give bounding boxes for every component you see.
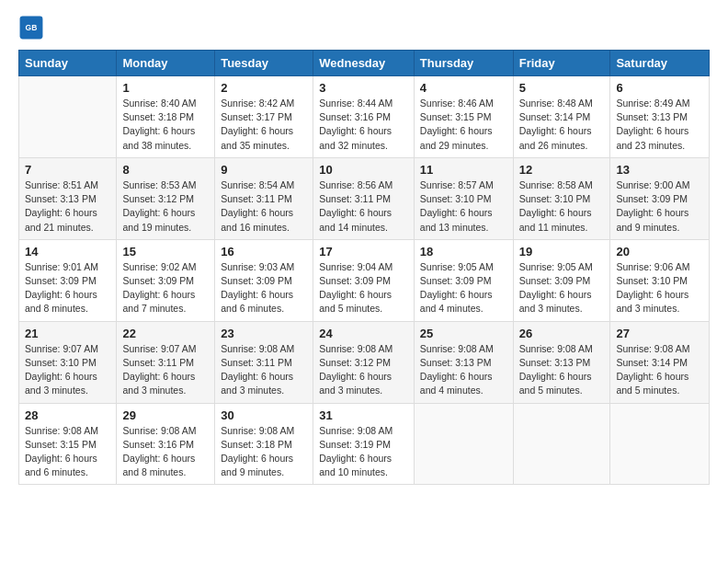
- day-number: 3: [319, 81, 408, 95]
- day-number: 20: [616, 245, 703, 259]
- calendar-body: 1Sunrise: 8:40 AMSunset: 3:18 PMDaylight…: [19, 76, 710, 485]
- day-number: 30: [221, 408, 307, 422]
- day-info: Sunrise: 8:44 AMSunset: 3:16 PMDaylight:…: [319, 97, 408, 153]
- day-info: Sunrise: 9:08 AMSunset: 3:15 PMDaylight:…: [25, 424, 110, 480]
- day-cell: 20Sunrise: 9:06 AMSunset: 3:10 PMDayligh…: [610, 239, 710, 321]
- day-cell: 9Sunrise: 8:54 AMSunset: 3:11 PMDaylight…: [215, 157, 313, 239]
- day-number: 21: [25, 327, 110, 340]
- day-number: 29: [122, 408, 209, 422]
- day-info: Sunrise: 8:48 AMSunset: 3:14 PMDaylight:…: [519, 97, 605, 153]
- day-info: Sunrise: 8:58 AMSunset: 3:10 PMDaylight:…: [519, 178, 605, 235]
- day-number: 11: [420, 163, 507, 177]
- day-cell: 6Sunrise: 8:49 AMSunset: 3:13 PMDaylight…: [610, 76, 710, 158]
- day-number: 4: [420, 81, 507, 95]
- day-info: Sunrise: 9:05 AMSunset: 3:09 PMDaylight:…: [420, 260, 507, 316]
- day-number: 9: [221, 163, 307, 177]
- day-cell: 8Sunrise: 8:53 AMSunset: 3:12 PMDaylight…: [117, 157, 215, 239]
- day-cell: 15Sunrise: 9:02 AMSunset: 3:09 PMDayligh…: [117, 239, 215, 321]
- calendar-header: SundayMondayTuesdayWednesdayThursdayFrid…: [19, 51, 710, 76]
- week-row-2: 7Sunrise: 8:51 AMSunset: 3:13 PMDaylight…: [19, 157, 710, 239]
- day-info: Sunrise: 8:46 AMSunset: 3:15 PMDaylight:…: [420, 97, 507, 153]
- day-cell: 27Sunrise: 9:08 AMSunset: 3:14 PMDayligh…: [610, 321, 710, 403]
- day-info: Sunrise: 8:42 AMSunset: 3:17 PMDaylight:…: [221, 97, 307, 153]
- day-cell: 5Sunrise: 8:48 AMSunset: 3:14 PMDaylight…: [513, 76, 610, 158]
- day-cell: 28Sunrise: 9:08 AMSunset: 3:15 PMDayligh…: [19, 403, 117, 485]
- day-number: 12: [519, 163, 605, 177]
- header-cell-sunday: Sunday: [19, 51, 117, 76]
- day-number: 10: [319, 163, 408, 177]
- day-info: Sunrise: 8:40 AMSunset: 3:18 PMDaylight:…: [122, 97, 209, 153]
- day-number: 13: [616, 163, 703, 177]
- week-row-4: 21Sunrise: 9:07 AMSunset: 3:10 PMDayligh…: [19, 321, 710, 403]
- day-cell: 21Sunrise: 9:07 AMSunset: 3:10 PMDayligh…: [19, 321, 117, 403]
- day-cell: [610, 403, 710, 485]
- day-info: Sunrise: 9:08 AMSunset: 3:19 PMDaylight:…: [319, 424, 408, 480]
- day-info: Sunrise: 9:08 AMSunset: 3:18 PMDaylight:…: [221, 424, 307, 480]
- day-cell: 7Sunrise: 8:51 AMSunset: 3:13 PMDaylight…: [19, 157, 117, 239]
- day-info: Sunrise: 8:51 AMSunset: 3:13 PMDaylight:…: [25, 178, 110, 235]
- logo-icon: GB: [18, 15, 44, 40]
- week-row-3: 14Sunrise: 9:01 AMSunset: 3:09 PMDayligh…: [19, 239, 710, 321]
- day-number: 17: [319, 245, 408, 259]
- day-info: Sunrise: 9:08 AMSunset: 3:14 PMDaylight:…: [616, 342, 703, 398]
- day-cell: 17Sunrise: 9:04 AMSunset: 3:09 PMDayligh…: [313, 239, 415, 321]
- day-cell: 12Sunrise: 8:58 AMSunset: 3:10 PMDayligh…: [513, 157, 610, 239]
- header-cell-tuesday: Tuesday: [215, 51, 313, 76]
- day-number: 26: [519, 327, 605, 340]
- day-cell: 16Sunrise: 9:03 AMSunset: 3:09 PMDayligh…: [215, 239, 313, 321]
- header-cell-wednesday: Wednesday: [313, 51, 415, 76]
- day-cell: 30Sunrise: 9:08 AMSunset: 3:18 PMDayligh…: [215, 403, 313, 485]
- day-number: 28: [25, 408, 110, 422]
- day-cell: [414, 403, 513, 485]
- day-number: 22: [122, 327, 209, 340]
- day-info: Sunrise: 9:03 AMSunset: 3:09 PMDaylight:…: [221, 260, 307, 316]
- day-cell: 22Sunrise: 9:07 AMSunset: 3:11 PMDayligh…: [117, 321, 215, 403]
- day-info: Sunrise: 9:04 AMSunset: 3:09 PMDaylight:…: [319, 260, 408, 316]
- day-number: 2: [221, 81, 307, 95]
- header-row: SundayMondayTuesdayWednesdayThursdayFrid…: [19, 51, 710, 76]
- day-cell: 3Sunrise: 8:44 AMSunset: 3:16 PMDaylight…: [313, 76, 415, 158]
- day-number: 1: [122, 81, 209, 95]
- day-number: 18: [420, 245, 507, 259]
- day-info: Sunrise: 9:07 AMSunset: 3:11 PMDaylight:…: [122, 342, 209, 398]
- week-row-5: 28Sunrise: 9:08 AMSunset: 3:15 PMDayligh…: [19, 403, 710, 485]
- day-info: Sunrise: 9:02 AMSunset: 3:09 PMDaylight:…: [122, 260, 209, 316]
- day-info: Sunrise: 9:00 AMSunset: 3:09 PMDaylight:…: [616, 178, 703, 235]
- day-info: Sunrise: 9:08 AMSunset: 3:12 PMDaylight:…: [319, 342, 408, 398]
- day-cell: 2Sunrise: 8:42 AMSunset: 3:17 PMDaylight…: [215, 76, 313, 158]
- day-info: Sunrise: 8:56 AMSunset: 3:11 PMDaylight:…: [319, 178, 408, 235]
- day-cell: 25Sunrise: 9:08 AMSunset: 3:13 PMDayligh…: [414, 321, 513, 403]
- day-number: 23: [221, 327, 307, 340]
- day-cell: 13Sunrise: 9:00 AMSunset: 3:09 PMDayligh…: [610, 157, 710, 239]
- day-cell: [513, 403, 610, 485]
- day-number: 7: [25, 163, 110, 177]
- day-info: Sunrise: 8:57 AMSunset: 3:10 PMDaylight:…: [420, 178, 507, 235]
- day-info: Sunrise: 9:06 AMSunset: 3:10 PMDaylight:…: [616, 260, 703, 316]
- day-cell: 24Sunrise: 9:08 AMSunset: 3:12 PMDayligh…: [313, 321, 415, 403]
- day-info: Sunrise: 9:01 AMSunset: 3:09 PMDaylight:…: [25, 260, 110, 316]
- header-cell-monday: Monday: [117, 51, 215, 76]
- day-cell: 1Sunrise: 8:40 AMSunset: 3:18 PMDaylight…: [117, 76, 215, 158]
- day-cell: 29Sunrise: 9:08 AMSunset: 3:16 PMDayligh…: [117, 403, 215, 485]
- day-number: 19: [519, 245, 605, 259]
- calendar-table: SundayMondayTuesdayWednesdayThursdayFrid…: [18, 50, 710, 485]
- page-header: GB: [18, 15, 710, 40]
- day-cell: 14Sunrise: 9:01 AMSunset: 3:09 PMDayligh…: [19, 239, 117, 321]
- header-cell-friday: Friday: [513, 51, 610, 76]
- day-number: 25: [420, 327, 507, 340]
- day-info: Sunrise: 9:07 AMSunset: 3:10 PMDaylight:…: [25, 342, 110, 398]
- day-cell: [19, 76, 117, 158]
- day-info: Sunrise: 8:49 AMSunset: 3:13 PMDaylight:…: [616, 97, 703, 153]
- day-info: Sunrise: 8:53 AMSunset: 3:12 PMDaylight:…: [122, 178, 209, 235]
- week-row-1: 1Sunrise: 8:40 AMSunset: 3:18 PMDaylight…: [19, 76, 710, 158]
- day-number: 14: [25, 245, 110, 259]
- day-cell: 10Sunrise: 8:56 AMSunset: 3:11 PMDayligh…: [313, 157, 415, 239]
- header-cell-saturday: Saturday: [610, 51, 710, 76]
- day-number: 8: [122, 163, 209, 177]
- day-cell: 11Sunrise: 8:57 AMSunset: 3:10 PMDayligh…: [414, 157, 513, 239]
- day-number: 16: [221, 245, 307, 259]
- day-info: Sunrise: 9:08 AMSunset: 3:11 PMDaylight:…: [221, 342, 307, 398]
- day-number: 27: [616, 327, 703, 340]
- logo: GB: [18, 15, 48, 40]
- day-info: Sunrise: 9:08 AMSunset: 3:16 PMDaylight:…: [122, 424, 209, 480]
